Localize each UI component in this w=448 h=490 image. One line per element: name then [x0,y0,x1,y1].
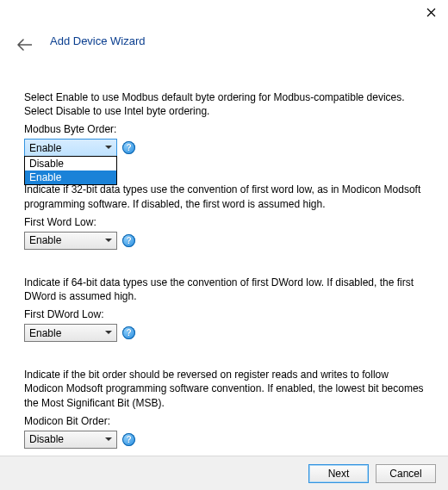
next-button[interactable]: Next [308,464,369,483]
chevron-down-icon [103,437,115,442]
byte-order-dropdown: Disable Enable [24,156,117,185]
help-icon[interactable]: ? [122,141,135,154]
first-dword-select[interactable]: Enable [24,324,117,342]
help-icon[interactable]: ? [122,433,135,446]
first-dword-value: Enable [29,327,61,339]
wizard-content: Select Enable to use Modbus default byte… [0,56,448,449]
first-word-label: First Word Low: [24,216,424,228]
bit-order-row: Disable ? [24,431,424,449]
first-word-description: Indicate if 32-bit data types use the co… [24,183,424,210]
first-word-row: Enable ? [24,232,424,250]
byte-order-select[interactable]: Enable [24,139,117,157]
cancel-button[interactable]: Cancel [376,464,436,483]
close-icon[interactable] [424,5,438,19]
chevron-down-icon [103,331,115,335]
wizard-footer: Next Cancel [0,456,448,490]
wizard-header: Add Device Wizard [0,24,448,56]
first-word-select[interactable]: Enable [24,232,117,250]
byte-order-label: Modbus Byte Order: [24,123,424,135]
help-icon[interactable]: ? [122,326,135,339]
help-icon[interactable]: ? [122,234,135,247]
byte-order-description: Select Enable to use Modbus default byte… [24,90,424,118]
wizard-title: Add Device Wizard [50,34,431,47]
byte-order-option-enable[interactable]: Enable [25,171,116,184]
chevron-down-icon [103,239,115,243]
bit-order-select[interactable]: Disable [24,431,117,449]
byte-order-row: Enable ? Disable Enable [24,139,424,157]
bit-order-value: Disable [29,433,64,445]
byte-order-value: Enable [29,142,61,154]
bit-order-label: Modicon Bit Order: [24,415,424,427]
bit-order-description: Indicate if the bit order should be reve… [24,368,424,410]
back-arrow-icon[interactable] [16,36,33,53]
first-dword-description: Indicate if 64-bit data types use the co… [24,276,424,303]
first-word-value: Enable [29,234,61,246]
chevron-down-icon [103,146,115,150]
byte-order-option-disable[interactable]: Disable [25,157,116,171]
title-bar [0,0,448,24]
first-dword-row: Enable ? [24,324,424,342]
first-dword-label: First DWord Low: [24,308,424,320]
